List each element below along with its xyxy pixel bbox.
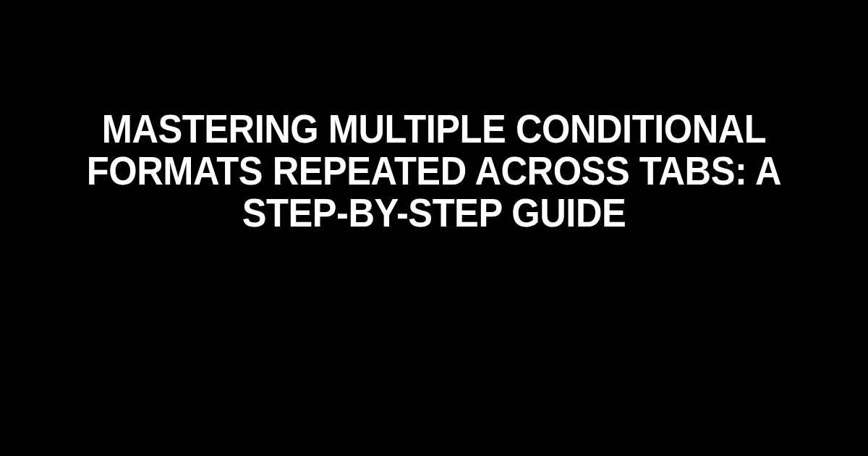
page-title: MASTERING MULTIPLE CONDITIONAL FORMATS R… — [61, 109, 807, 234]
title-container: MASTERING MULTIPLE CONDITIONAL FORMATS R… — [0, 109, 868, 234]
